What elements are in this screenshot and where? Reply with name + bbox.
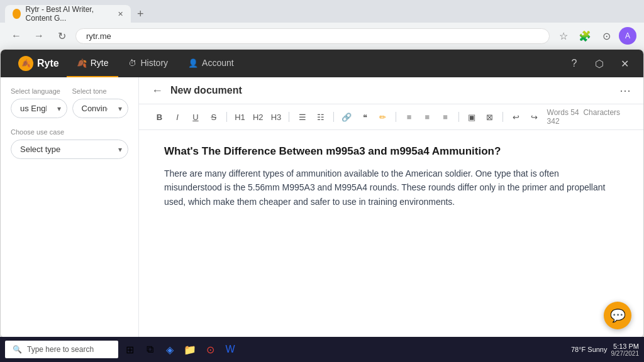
logo-icon: 🍂: [18, 56, 33, 71]
editor-area[interactable]: What's The Difference Between m995a3 and…: [139, 130, 643, 338]
search-icon: 🔍: [13, 345, 22, 354]
link-button[interactable]: 🔗: [339, 109, 355, 125]
tab-label: Rytr - Best AI Writer, Content G...: [26, 5, 113, 23]
chat-bubble-button[interactable]: 💬: [604, 302, 631, 329]
taskbar-explorer[interactable]: 📁: [181, 341, 199, 358]
highlight-button[interactable]: ✏: [375, 109, 391, 125]
app-logo: 🍂 Ryte: [11, 51, 67, 76]
address-bar[interactable]: rytr.me: [75, 28, 550, 44]
quote-button[interactable]: ❝: [357, 109, 373, 125]
ordered-list-button[interactable]: ☷: [313, 109, 328, 125]
back-to-docs-button[interactable]: ←: [152, 84, 163, 97]
reload-button[interactable]: ↻: [53, 27, 70, 45]
browser-nav: ← → ↻ rytr.me ☆ 🧩 ⊙ A: [0, 23, 644, 49]
external-link-button[interactable]: ⬡: [591, 55, 608, 72]
tab-bar: Rytr - Best AI Writer, Content G... ✕ +: [0, 0, 644, 23]
tab-close-btn[interactable]: ✕: [118, 10, 123, 18]
use-case-section: Choose use case Select type: [11, 128, 128, 159]
url-text: rytr.me: [86, 31, 111, 41]
h2-button[interactable]: H2: [250, 109, 266, 125]
h1-button[interactable]: H1: [232, 109, 248, 125]
language-select[interactable]: us English: [11, 99, 67, 118]
language-section: Select language us English: [11, 87, 67, 118]
main-content: ← New document ⋯ B I U S H1 H2 H3 ☰ ☷ 🔗 …: [139, 77, 643, 338]
word-count: Words 54 Characters 342: [547, 108, 631, 126]
extensions-button[interactable]: 🧩: [576, 27, 594, 45]
h3-button[interactable]: H3: [269, 109, 284, 125]
toolbar-divider-6: [502, 112, 503, 122]
document-body: There are many different types of ammuni…: [164, 167, 618, 209]
strikethrough-button[interactable]: S: [206, 109, 221, 125]
tone-language-row: Select language us English Select tone C…: [11, 87, 128, 118]
forward-button[interactable]: →: [30, 27, 48, 45]
app-header: 🍂 Ryte 🍂 Ryte ⏱ History 👤 Account ? ⬡ ✕: [1, 50, 643, 77]
align-right-button[interactable]: ≡: [438, 109, 453, 125]
underline-button[interactable]: U: [188, 109, 204, 125]
toolbar-divider-2: [289, 112, 289, 122]
windows-taskbar: 🔍 Type here to search ⊞ ⧉ ◈ 📁 ⊙ W 78°F S…: [0, 337, 644, 362]
taskbar-edge[interactable]: ◈: [161, 341, 179, 358]
toolbar-divider-1: [226, 112, 227, 122]
header-actions: ? ⬡ ✕: [565, 55, 633, 72]
tone-select[interactable]: Convincing: [72, 99, 129, 118]
document-title: New document: [170, 85, 612, 96]
profile-avatar[interactable]: A: [619, 27, 636, 45]
toolbar-divider-3: [333, 112, 334, 122]
align-left-button[interactable]: ≡: [401, 109, 417, 125]
taskbar-search-label: Type here to search: [27, 345, 94, 354]
toolbar-divider-4: [396, 112, 396, 122]
browser-chrome: Rytr - Best AI Writer, Content G... ✕ + …: [0, 0, 644, 49]
browser-tab[interactable]: Rytr - Best AI Writer, Content G... ✕: [5, 5, 131, 23]
use-case-select[interactable]: Select type: [11, 140, 128, 159]
redo-button[interactable]: ↪: [526, 109, 542, 125]
document-menu-button[interactable]: ⋯: [619, 84, 631, 97]
browser-nav-icons: ☆ 🧩 ⊙ A: [555, 27, 636, 45]
history-tab-icon: ⏱: [128, 58, 136, 68]
toolbar-divider-5: [458, 112, 459, 122]
unordered-list-button[interactable]: ☰: [294, 109, 310, 125]
tone-label: Select tone: [72, 87, 129, 95]
ryte-tab-icon: 🍂: [77, 58, 87, 68]
tone-select-wrapper: Convincing: [72, 99, 129, 118]
nav-tab-account[interactable]: 👤 Account: [178, 50, 244, 77]
taskbar-clock: 5:13 PM 9/27/2021: [611, 343, 640, 357]
taskbar-system-tray: 78°F Sunny 5:13 PM 9/27/2021: [571, 343, 639, 357]
new-tab-button[interactable]: +: [133, 8, 148, 21]
undo-button[interactable]: ↩: [508, 109, 524, 125]
image-button[interactable]: ▣: [464, 109, 479, 125]
account-tab-icon: 👤: [188, 58, 198, 68]
taskbar-windows-button[interactable]: ⊞: [121, 341, 138, 358]
document-heading: What's The Difference Between m995a3 and…: [164, 145, 618, 158]
taskbar-search-box[interactable]: 🔍 Type here to search: [5, 341, 118, 358]
bookmark-button[interactable]: ☆: [555, 27, 572, 45]
ryte-tab-label: Ryte: [91, 58, 109, 68]
app-window: 🍂 Ryte 🍂 Ryte ⏱ History 👤 Account ? ⬡ ✕: [0, 49, 644, 338]
align-center-button[interactable]: ≡: [419, 109, 435, 125]
use-case-select-wrapper: Select type: [11, 140, 128, 159]
app-body: Select language us English Select tone C…: [1, 77, 643, 338]
use-case-label: Choose use case: [11, 128, 128, 136]
doc-header: ← New document ⋯: [139, 77, 643, 104]
nav-tab-ryte[interactable]: 🍂 Ryte: [67, 50, 119, 77]
editor-toolbar: B I U S H1 H2 H3 ☰ ☷ 🔗 ❝ ✏ ≡ ≡ ≡ ▣: [139, 104, 643, 130]
tone-section: Select tone Convincing: [72, 87, 129, 118]
history-tab-label: History: [140, 58, 168, 68]
help-button[interactable]: ?: [565, 55, 583, 72]
nav-tab-history[interactable]: ⏱ History: [118, 50, 178, 77]
taskbar-chrome[interactable]: ⊙: [201, 341, 219, 358]
taskbar-task-view[interactable]: ⧉: [141, 341, 158, 358]
language-label: Select language: [11, 87, 67, 95]
close-button[interactable]: ✕: [616, 55, 633, 72]
taskbar-word[interactable]: W: [221, 341, 239, 358]
italic-button[interactable]: I: [170, 109, 186, 125]
app-logo-text: Ryte: [37, 58, 59, 69]
profile-extensions-button[interactable]: ⊙: [597, 27, 615, 45]
bold-button[interactable]: B: [152, 109, 167, 125]
account-tab-label: Account: [202, 58, 234, 68]
clear-format-button[interactable]: ⊠: [482, 109, 497, 125]
language-select-wrapper: us English: [11, 99, 67, 118]
tab-favicon: [13, 9, 21, 19]
back-button[interactable]: ←: [8, 27, 25, 45]
sidebar: Select language us English Select tone C…: [1, 77, 139, 338]
taskbar-weather: 78°F Sunny: [571, 346, 608, 353]
